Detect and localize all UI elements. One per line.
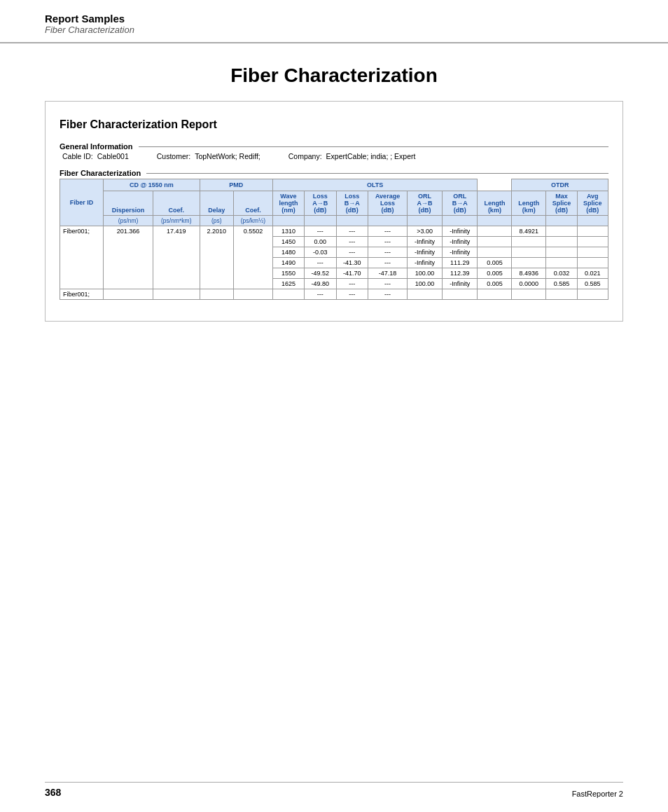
unit-delay: (ps) xyxy=(200,216,233,226)
fiber-id-cell: Fiber001; xyxy=(60,226,104,289)
fiber-id-cell: Fiber001; xyxy=(60,289,104,300)
loss-ba-cell: --- xyxy=(336,279,368,289)
length-olts-cell: 0.005 xyxy=(478,258,512,268)
avg-loss-cell: --- xyxy=(368,258,408,268)
avg-loss-cell: --- xyxy=(368,289,408,300)
loss-ba-cell: --- xyxy=(336,247,368,258)
col-cd-coef: Coef. xyxy=(153,191,200,216)
unit-max-splice xyxy=(546,216,577,226)
avg-splice-cell xyxy=(577,289,608,300)
length-otdr-cell: 8.4936 xyxy=(512,268,546,279)
length-olts-cell xyxy=(478,289,512,300)
cd-coef-cell xyxy=(153,289,200,300)
customer-value: TopNetWork; Rediff; xyxy=(195,152,260,160)
col-avg-loss: AverageLoss(dB) xyxy=(368,191,408,216)
col-delay: Delay xyxy=(200,191,233,216)
length-otdr-cell xyxy=(512,258,546,268)
avg-splice-cell: 0.021 xyxy=(577,268,608,279)
loss-ab-cell: -49.52 xyxy=(304,268,336,279)
unit-orl-ba xyxy=(443,216,478,226)
wave-cell: 1310 xyxy=(272,226,304,237)
general-info-row: Cable ID: Cable001 Customer: TopNetWork;… xyxy=(60,152,608,160)
wave-cell: 1490 xyxy=(272,258,304,268)
sub-header-row: Dispersion Coef. Delay Coef. Wavelength(… xyxy=(60,191,608,216)
unit-loss-ba xyxy=(336,216,368,226)
unit-wave xyxy=(272,216,304,226)
header-subtitle: Fiber Characterization xyxy=(45,25,623,35)
table-row: Fiber001;--------- xyxy=(60,289,608,300)
table-row: Fiber001;201.36617.4192.20100.55021310--… xyxy=(60,226,608,237)
dispersion-cell xyxy=(104,289,153,300)
orl-ab-cell: -Infinity xyxy=(407,258,442,268)
avg-splice-cell xyxy=(577,258,608,268)
unit-avg-loss xyxy=(368,216,408,226)
avg-splice-cell xyxy=(577,226,608,237)
length-olts-cell xyxy=(478,237,512,247)
unit-dispersion: (ps/nm) xyxy=(104,216,153,226)
footer-app-name: FastReporter 2 xyxy=(572,790,623,798)
orl-ba-cell: 112.39 xyxy=(443,268,478,279)
general-info-section-header: General Information xyxy=(60,142,608,151)
orl-ba-cell: -Infinity xyxy=(443,247,478,258)
length-olts-cell xyxy=(478,226,512,237)
group-header-row: Fiber ID CD @ 1550 nm PMD OLTS OTDR xyxy=(60,179,608,191)
pmd-coef-cell xyxy=(233,289,272,300)
footer-page-number: 368 xyxy=(45,787,61,798)
orl-ba-cell: -Infinity xyxy=(443,237,478,247)
loss-ab-cell: -49.80 xyxy=(304,279,336,289)
unit-orl-ab xyxy=(407,216,442,226)
group-cd: CD @ 1550 nm xyxy=(104,179,200,191)
orl-ba-cell xyxy=(443,289,478,300)
orl-ab-cell: -Infinity xyxy=(407,237,442,247)
fiber-char-section-header: Fiber Characterization xyxy=(60,169,608,177)
length-otdr-cell xyxy=(512,247,546,258)
length-otdr-cell xyxy=(512,237,546,247)
customer-group: Customer: TopNetWork; Rediff; xyxy=(157,152,260,160)
col-avg-splice: AvgSplice(dB) xyxy=(577,191,608,216)
fiber-char-label: Fiber Characterization xyxy=(60,169,141,177)
unit-length-olts xyxy=(478,216,512,226)
avg-loss-cell: --- xyxy=(368,237,408,247)
avg-loss-cell: --- xyxy=(368,279,408,289)
length-olts-cell: 0.005 xyxy=(478,268,512,279)
loss-ba-cell: --- xyxy=(336,226,368,237)
length-olts-cell: 0.005 xyxy=(478,279,512,289)
max-splice-cell: 0.585 xyxy=(546,279,577,289)
group-otdr: OTDR xyxy=(512,179,608,191)
avg-splice-cell xyxy=(577,237,608,247)
group-fiber-id: Fiber ID xyxy=(60,179,104,226)
orl-ab-cell: 100.00 xyxy=(407,279,442,289)
loss-ab-cell: --- xyxy=(304,226,336,237)
loss-ab-cell: --- xyxy=(304,258,336,268)
cable-id-value: Cable001 xyxy=(97,152,129,160)
max-splice-cell xyxy=(546,258,577,268)
max-splice-cell xyxy=(546,247,577,258)
avg-splice-cell xyxy=(577,247,608,258)
col-dispersion: Dispersion xyxy=(104,191,153,216)
customer-label: Customer: xyxy=(157,152,190,160)
header-title: Report Samples xyxy=(45,13,623,25)
loss-ba-cell: -41.30 xyxy=(336,258,368,268)
col-wave-length: Wavelength(nm) xyxy=(272,191,304,216)
loss-ba-cell: --- xyxy=(336,289,368,300)
col-orl-ab: ORLA→B(dB) xyxy=(407,191,442,216)
length-olts-cell xyxy=(478,247,512,258)
report-container: Fiber Characterization Report General In… xyxy=(45,101,623,322)
unit-avg-splice xyxy=(577,216,608,226)
company-group: Company: ExpertCable; india; ; Expert xyxy=(288,152,416,160)
loss-ab-cell: 0.00 xyxy=(304,237,336,247)
loss-ab-cell: -0.03 xyxy=(304,247,336,258)
cable-id-group: Cable ID: Cable001 xyxy=(62,152,129,160)
loss-ba-cell: --- xyxy=(336,237,368,247)
report-heading: Fiber Characterization Report xyxy=(60,118,608,131)
avg-loss-cell: --- xyxy=(368,247,408,258)
company-label: Company: xyxy=(288,152,322,160)
delay-cell xyxy=(200,289,233,300)
orl-ab-cell: -Infinity xyxy=(407,247,442,258)
wave-cell xyxy=(272,289,304,300)
delay-cell: 2.2010 xyxy=(200,226,233,289)
fiber-char-table: Fiber ID CD @ 1550 nm PMD OLTS OTDR Disp… xyxy=(60,179,608,300)
group-olts: OLTS xyxy=(272,179,477,191)
wave-cell: 1450 xyxy=(272,237,304,247)
avg-loss-cell: --- xyxy=(368,226,408,237)
